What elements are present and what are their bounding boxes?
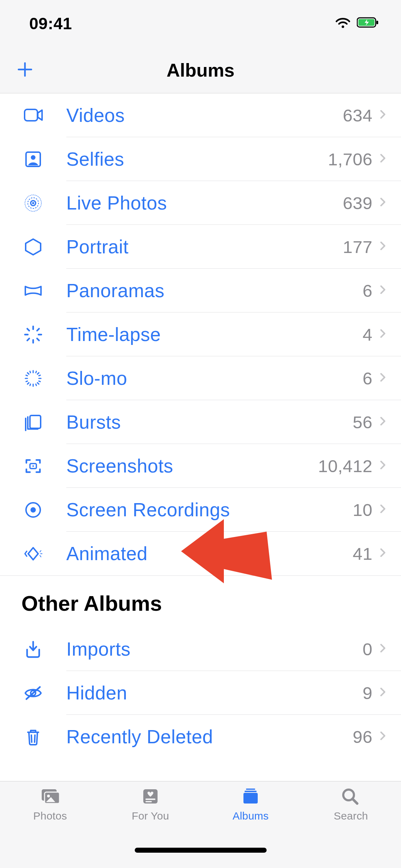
album-row-label: Hidden: [66, 682, 363, 704]
chevron-right-icon: [380, 285, 387, 296]
album-row-label: Screenshots: [66, 455, 318, 477]
album-row-count: 41: [353, 544, 372, 564]
tab-albums[interactable]: Albums: [201, 781, 301, 832]
album-row-count: 9: [363, 683, 372, 703]
album-row-animated[interactable]: Animated41: [0, 532, 401, 575]
tab-foryou[interactable]: For You: [100, 781, 200, 832]
album-row-label: Recently Deleted: [66, 726, 353, 748]
album-row-hidden[interactable]: Hidden9: [0, 671, 401, 715]
chevron-right-icon: [380, 732, 387, 742]
albums-tab-icon: [240, 787, 261, 806]
album-row-count: 6: [363, 281, 372, 301]
hidden-icon: [0, 683, 66, 703]
album-row-selfie[interactable]: Selfies1,706: [0, 137, 401, 181]
media-types-list: Videos634Selfies1,706Live Photos639Portr…: [0, 93, 401, 575]
album-row-label: Imports: [66, 638, 363, 660]
album-row-portrait[interactable]: Portrait177: [0, 225, 401, 269]
battery-icon: [357, 14, 380, 33]
album-row-video[interactable]: Videos634: [0, 93, 401, 137]
album-row-label: Videos: [66, 104, 343, 126]
chevron-right-icon: [380, 548, 387, 559]
album-row-label: Portrait: [66, 236, 343, 258]
foryou-tab-icon: [140, 787, 161, 806]
panorama-icon: [0, 281, 66, 300]
album-row-label: Live Photos: [66, 192, 343, 214]
content: Videos634Selfies1,706Live Photos639Portr…: [0, 93, 401, 781]
album-row-imports[interactable]: Imports0: [0, 627, 401, 671]
album-row-label: Panoramas: [66, 280, 363, 301]
album-row-screenshots[interactable]: Screenshots10,412: [0, 444, 401, 488]
bursts-icon: [0, 413, 66, 432]
album-row-panorama[interactable]: Panoramas6: [0, 269, 401, 312]
album-row-slomo[interactable]: Slo-mo6: [0, 356, 401, 400]
album-row-count: 10: [353, 500, 372, 520]
album-row-live[interactable]: Live Photos639: [0, 181, 401, 225]
screenshots-icon: [0, 456, 66, 476]
album-row-label: Time-lapse: [66, 324, 363, 345]
album-row-count: 56: [353, 412, 372, 432]
home-indicator: [135, 848, 267, 853]
slomo-icon: [0, 369, 66, 388]
album-row-count: 6: [363, 368, 372, 388]
add-album-button[interactable]: [0, 62, 33, 79]
section-header-other: Other Albums: [0, 575, 401, 627]
chevron-right-icon: [380, 110, 387, 121]
album-row-label: Bursts: [66, 411, 353, 433]
animated-icon: [0, 544, 66, 563]
chevron-right-icon: [380, 644, 387, 655]
home-indicator-area: [0, 832, 401, 868]
live-icon: [0, 193, 66, 213]
album-row-timelapse[interactable]: Time-lapse4: [0, 312, 401, 356]
search-tab-icon: [340, 787, 361, 806]
album-row-count: 96: [353, 727, 372, 747]
nav-bar: Albums: [0, 47, 401, 93]
album-row-label: Selfies: [66, 148, 328, 170]
album-row-count: 639: [343, 193, 372, 213]
chevron-right-icon: [380, 461, 387, 471]
album-row-record[interactable]: Screen Recordings10: [0, 488, 401, 532]
album-row-count: 177: [343, 237, 372, 257]
chevron-right-icon: [380, 242, 387, 252]
chevron-right-icon: [380, 688, 387, 698]
album-row-count: 634: [343, 105, 372, 125]
tab-label: Search: [334, 810, 368, 822]
chevron-right-icon: [380, 154, 387, 165]
album-row-label: Animated: [66, 543, 353, 564]
imports-icon: [0, 640, 66, 659]
album-row-count: 0: [363, 639, 372, 659]
chevron-right-icon: [380, 505, 387, 515]
tab-label: For You: [132, 810, 169, 822]
chevron-right-icon: [380, 417, 387, 428]
portrait-icon: [0, 237, 66, 257]
status-bar: 09:41: [0, 0, 401, 47]
chevron-right-icon: [380, 198, 387, 208]
album-row-bursts[interactable]: Bursts56: [0, 400, 401, 444]
tab-photos[interactable]: Photos: [0, 781, 100, 832]
other-albums-list: Imports0Hidden9Recently Deleted96: [0, 627, 401, 759]
album-row-count: 1,706: [328, 149, 372, 169]
video-icon: [0, 106, 66, 125]
selfie-icon: [0, 150, 66, 169]
photos-tab-icon: [40, 787, 61, 806]
album-row-deleted[interactable]: Recently Deleted96: [0, 715, 401, 759]
page-title: Albums: [0, 60, 401, 81]
album-row-count: 4: [363, 325, 372, 345]
deleted-icon: [0, 727, 66, 746]
chevron-right-icon: [380, 329, 387, 340]
tab-label: Albums: [233, 810, 269, 822]
tab-search[interactable]: Search: [301, 781, 401, 832]
tab-label: Photos: [33, 810, 67, 822]
chevron-right-icon: [380, 373, 387, 384]
wifi-icon: [335, 14, 350, 33]
timelapse-icon: [0, 325, 66, 344]
record-icon: [0, 500, 66, 520]
album-row-label: Screen Recordings: [66, 499, 353, 521]
album-row-label: Slo-mo: [66, 367, 363, 389]
status-time: 09:41: [29, 14, 72, 33]
album-row-count: 10,412: [318, 456, 372, 476]
tab-bar: PhotosFor YouAlbumsSearch: [0, 781, 401, 832]
